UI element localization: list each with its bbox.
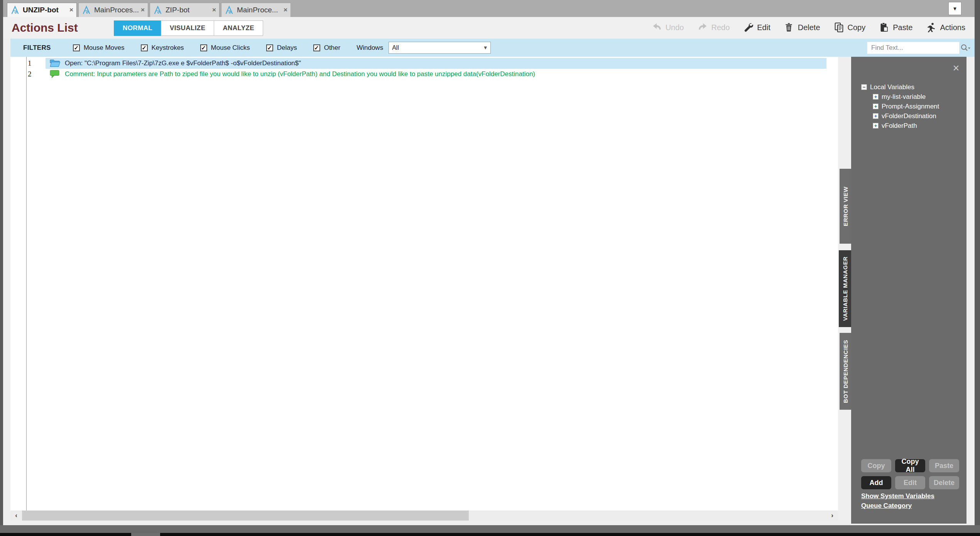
- tab-label: MainProce...: [237, 6, 281, 14]
- checkbox-icon[interactable]: ✓: [73, 44, 80, 51]
- chevron-down-icon: ▼: [480, 45, 490, 51]
- tree-expand-icon[interactable]: +: [873, 103, 879, 109]
- checkbox-label: Other: [324, 44, 341, 52]
- filter-checkbox-keystrokes[interactable]: ✓Keystrokes: [141, 44, 184, 52]
- copy-all-button[interactable]: Copy All: [895, 459, 925, 472]
- header-bar: Actions List NORMALVISUALIZEANALYZE Undo…: [3, 17, 975, 38]
- filter-checkbox-delays[interactable]: ✓Delays: [266, 44, 297, 52]
- view-mode-normal[interactable]: NORMAL: [114, 20, 161, 36]
- aa-logo-icon: [153, 5, 162, 15]
- filter-checkbox-mouse-moves[interactable]: ✓Mouse Moves: [73, 44, 125, 52]
- scrollbar-thumb[interactable]: [22, 511, 469, 521]
- page-title: Actions List: [12, 17, 78, 38]
- find-text-box: [867, 42, 960, 54]
- window-border-right: [975, 0, 980, 533]
- tree-expand-icon[interactable]: +: [873, 123, 879, 129]
- aa-logo-icon: [225, 5, 234, 15]
- scroll-right-arrow-icon[interactable]: ›: [826, 511, 838, 521]
- toolbar-label: Delete: [798, 23, 820, 32]
- toolbar-label: Paste: [893, 23, 912, 32]
- taskbar-edge: [0, 533, 980, 536]
- tree-node-vfolderdestination[interactable]: +vFolderDestination: [873, 111, 939, 121]
- tree-node-vfolderpath[interactable]: +vFolderPath: [873, 121, 939, 131]
- run-icon: [926, 22, 936, 32]
- window-border-left: [0, 0, 3, 533]
- show-system-variables-link[interactable]: Show System Variables: [861, 492, 934, 500]
- tab-overflow-button[interactable]: ▼: [948, 2, 961, 15]
- tree-node-my-list-variable[interactable]: +my-list-variable: [873, 92, 939, 102]
- checkbox-label: Mouse Moves: [84, 44, 125, 52]
- queue-category-link[interactable]: Queue Category: [861, 502, 934, 510]
- side-tab-label: ERROR VIEW: [842, 187, 849, 226]
- tree-collapse-icon[interactable]: −: [861, 84, 867, 90]
- tree-node-label: Local Variables: [870, 83, 914, 91]
- window-bottom-edge: [0, 525, 980, 533]
- undo-button: Undo: [652, 22, 684, 32]
- document-tab-zip-bot[interactable]: ZIP-bot×: [150, 3, 220, 17]
- add-button[interactable]: Add: [861, 476, 891, 489]
- paste-button: Paste: [929, 459, 959, 472]
- taskbar-app-segment: [131, 533, 160, 536]
- tab-label: MainProces...: [94, 6, 139, 14]
- view-mode-visualize[interactable]: VISUALIZE: [161, 20, 214, 36]
- tree-node-prompt-assignment[interactable]: +Prompt-Assignment: [873, 102, 939, 111]
- tab-label: UNZIP-bot: [23, 6, 67, 14]
- edit-button[interactable]: Edit: [743, 22, 770, 32]
- filter-bar: FILTERS ✓Mouse Moves✓Keystrokes✓Mouse Cl…: [10, 39, 975, 57]
- search-icon[interactable]: [960, 44, 970, 52]
- comment-icon: [49, 70, 60, 78]
- checkbox-label: Mouse Clicks: [211, 44, 250, 52]
- toolbar-label: Edit: [757, 23, 770, 32]
- filter-checkbox-mouse-clicks[interactable]: ✓Mouse Clicks: [200, 44, 250, 52]
- close-icon[interactable]: ×: [950, 62, 962, 74]
- document-tab-unzip-bot[interactable]: UNZIP-bot×: [7, 3, 77, 17]
- checkbox-icon[interactable]: ✓: [266, 44, 273, 51]
- toolbar-label: Undo: [666, 23, 684, 32]
- delete-button[interactable]: Delete: [784, 22, 820, 32]
- side-tab-label: VARIABLE MANAGER: [842, 256, 848, 321]
- toolbar-label: Copy: [848, 23, 866, 32]
- document-tab-mainproces[interactable]: MainProces...×: [78, 3, 148, 17]
- variable-manager-panel: × −Local Variables+my-list-variable+Prom…: [851, 57, 966, 524]
- filter-checkbox-other[interactable]: ✓Other: [313, 44, 341, 52]
- checkbox-icon[interactable]: ✓: [200, 44, 207, 51]
- checkbox-label: Keystrokes: [152, 44, 184, 52]
- scroll-left-arrow-icon[interactable]: ‹: [10, 511, 22, 521]
- tab-close-icon[interactable]: ×: [210, 6, 216, 14]
- tab-list: UNZIP-bot×MainProces...×ZIP-bot×MainProc…: [7, 3, 292, 17]
- document-tab-mainproce[interactable]: MainProce...×: [221, 3, 291, 17]
- side-tab-bot-dependencies[interactable]: BOT DEPENDENCIES: [840, 333, 851, 410]
- tab-close-icon[interactable]: ×: [281, 6, 287, 14]
- row-number: 2: [28, 69, 32, 80]
- windows-dropdown[interactable]: All ▼: [389, 42, 491, 54]
- side-tab-variable-manager[interactable]: VARIABLE MANAGER: [839, 250, 851, 327]
- tree-expand-icon[interactable]: +: [873, 94, 879, 100]
- tree-expand-icon[interactable]: +: [873, 113, 879, 119]
- windows-dropdown-value: All: [389, 44, 480, 51]
- view-mode-analyze[interactable]: ANALYZE: [214, 20, 263, 36]
- windows-filter-label: Windows: [357, 44, 383, 52]
- variable-tree: −Local Variables+my-list-variable+Prompt…: [861, 82, 939, 131]
- action-row[interactable]: 1Open: "C:\Program Files\7-Zip\7zG.exe e…: [10, 58, 838, 69]
- filters-label: FILTERS: [23, 44, 51, 52]
- toolbar-label: Actions: [940, 23, 965, 32]
- variable-manager-links: Show System VariablesQueue Category: [861, 492, 934, 510]
- copy-button[interactable]: Copy: [834, 22, 866, 32]
- undo-icon: [652, 22, 662, 32]
- horizontal-scrollbar[interactable]: ‹ ›: [10, 511, 838, 521]
- actions-button[interactable]: Actions: [926, 22, 965, 32]
- checkbox-icon[interactable]: ✓: [141, 44, 148, 51]
- tab-label: ZIP-bot: [166, 6, 210, 14]
- find-text-input[interactable]: [867, 42, 960, 54]
- side-tab-error-view[interactable]: ERROR VIEW: [840, 169, 851, 244]
- trash-icon: [784, 22, 794, 32]
- line-number-divider: [26, 57, 27, 511]
- action-rows: 1Open: "C:\Program Files\7-Zip\7zG.exe e…: [10, 58, 838, 80]
- checkbox-icon[interactable]: ✓: [313, 44, 320, 51]
- tab-close-icon[interactable]: ×: [139, 6, 145, 14]
- tree-node-local-variables[interactable]: −Local Variables: [861, 82, 939, 92]
- action-row[interactable]: 2Comment: Input parameters are Path to z…: [10, 69, 838, 80]
- redo-icon: [698, 22, 708, 32]
- paste-button[interactable]: Paste: [879, 22, 912, 32]
- tab-close-icon[interactable]: ×: [67, 6, 73, 14]
